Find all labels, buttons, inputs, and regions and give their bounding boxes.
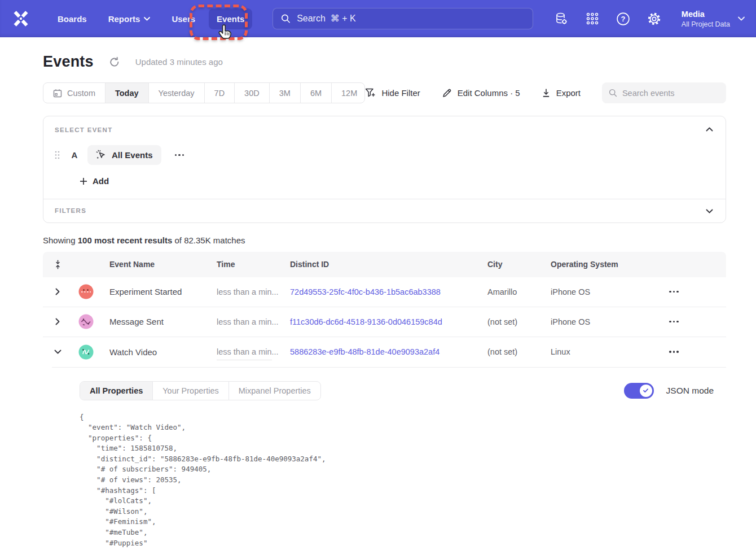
- add-button-label: Add: [93, 176, 109, 186]
- nav-item-reports[interactable]: Reports: [100, 8, 159, 29]
- table-row[interactable]: Experiment Started less than a min... 72…: [43, 277, 726, 307]
- tab-your-properties[interactable]: Your Properties: [153, 382, 228, 400]
- event-avatar: [72, 344, 99, 360]
- collapse-row-button[interactable]: [43, 350, 72, 354]
- help-icon: ?: [616, 12, 630, 26]
- date-range-picker: Custom Today Yesterday 7D 30D 3M 6M 12M: [43, 82, 365, 103]
- add-event-button[interactable]: Add: [80, 176, 109, 186]
- clause-more-options-button[interactable]: [173, 151, 187, 160]
- cell-distinct-id-link[interactable]: 5886283e-e9fb-48fb-81de-40e9093a2af4: [280, 347, 477, 356]
- event-selector-pill[interactable]: All Events: [87, 145, 161, 165]
- cell-distinct-id-link[interactable]: f11c30d6-dc6d-4518-9136-0d046159c84d: [280, 317, 477, 326]
- cell-city: (not set): [477, 347, 540, 356]
- controls-row: Custom Today Yesterday 7D 30D 3M 6M 12M …: [43, 82, 726, 103]
- pencil-icon: [442, 88, 452, 98]
- properties-tabs: All Properties Your Properties Mixpanel …: [80, 381, 321, 400]
- filters-section[interactable]: FILTERS: [43, 199, 726, 222]
- settings-button[interactable]: [647, 11, 662, 26]
- cell-city: (not set): [477, 317, 540, 326]
- table-row-expanded[interactable]: Watch Video less than a min... 5886283e-…: [43, 337, 726, 367]
- cell-event-name: Message Sent: [99, 317, 206, 326]
- event-json-viewer: { "event": "Watch Video", "properties": …: [80, 412, 715, 550]
- event-face-icon: [78, 344, 94, 360]
- date-option-yesterday[interactable]: Yesterday: [149, 83, 205, 103]
- date-option-7d[interactable]: 7D: [205, 83, 235, 103]
- nav-users-label: Users: [172, 14, 195, 24]
- data-management-button[interactable]: [554, 11, 569, 26]
- export-label: Export: [556, 88, 581, 98]
- edit-columns-button[interactable]: Edit Columns · 5: [442, 88, 520, 98]
- cell-os: iPhone OS: [540, 317, 661, 326]
- date-option-today-label: Today: [115, 89, 139, 98]
- json-mode-toggle[interactable]: [624, 383, 654, 399]
- collapse-section-button[interactable]: [704, 124, 714, 134]
- primary-nav: Boards Reports Users Events: [50, 8, 252, 29]
- chevron-down-icon: [706, 209, 713, 213]
- page-title: Events: [43, 53, 94, 71]
- global-search-input[interactable]: [297, 14, 525, 24]
- row-more-options-button[interactable]: [666, 286, 682, 298]
- refresh-button[interactable]: [108, 56, 121, 68]
- project-selector[interactable]: Media All Project Data: [682, 9, 745, 29]
- date-option-custom-label: Custom: [67, 89, 95, 98]
- date-option-today[interactable]: Today: [106, 83, 149, 103]
- export-button[interactable]: Export: [542, 88, 581, 98]
- column-header-city: City: [477, 260, 540, 269]
- apps-menu-button[interactable]: [585, 11, 600, 26]
- date-option-30d[interactable]: 30D: [235, 83, 270, 103]
- expand-row-button[interactable]: [43, 318, 72, 325]
- search-icon: [281, 14, 291, 24]
- plus-icon: [80, 177, 87, 185]
- search-events-field[interactable]: [602, 82, 726, 103]
- cell-event-name: Experiment Started: [99, 287, 206, 296]
- nav-item-users[interactable]: Users: [164, 8, 203, 29]
- project-scope: All Project Data: [682, 20, 730, 29]
- sort-by-time-button[interactable]: [43, 260, 72, 269]
- column-header-os: Operating System: [540, 260, 661, 269]
- search-icon: [609, 88, 617, 98]
- date-option-3m[interactable]: 3M: [270, 83, 301, 103]
- nav-item-events[interactable]: Events: [209, 8, 252, 29]
- nav-reports-label: Reports: [108, 14, 140, 24]
- summary-suffix: of 82.35K matches: [172, 235, 245, 245]
- main-content: Events Updated 3 minutes ago Custom Toda…: [0, 53, 756, 550]
- event-avatar: [72, 314, 99, 329]
- event-avatar: [72, 284, 99, 299]
- date-option-6m[interactable]: 6M: [301, 83, 332, 103]
- row-more-options-button[interactable]: [666, 316, 682, 328]
- date-option-12m[interactable]: 12M: [332, 83, 365, 103]
- cell-city: Amarillo: [477, 287, 540, 296]
- help-button[interactable]: ?: [616, 11, 631, 26]
- row-more-options-button[interactable]: [666, 346, 682, 357]
- chevron-down-icon: [738, 16, 745, 21]
- table-row[interactable]: Message Sent less than a min... f11c30d6…: [43, 307, 726, 337]
- nav-boards-label: Boards: [58, 14, 87, 24]
- svg-text:?: ?: [621, 15, 626, 23]
- cell-event-name: Watch Video: [99, 347, 206, 357]
- global-search[interactable]: [272, 8, 533, 29]
- last-updated-text: Updated 3 minutes ago: [135, 57, 223, 67]
- search-events-input[interactable]: [622, 89, 719, 98]
- nav-item-boards[interactable]: Boards: [50, 8, 95, 29]
- page-header: Events Updated 3 minutes ago: [43, 53, 726, 71]
- tab-mixpanel-properties[interactable]: Mixpanel Properties: [229, 382, 320, 400]
- cell-os: Linux: [540, 347, 661, 356]
- cell-distinct-id-link[interactable]: 72d49553-25fc-4f0c-b436-1b5ac6ab3388: [280, 287, 477, 296]
- project-selector-text: Media All Project Data: [682, 9, 730, 29]
- results-summary: Showing 100 most recent results of 82.35…: [43, 235, 726, 245]
- expand-filters-button[interactable]: [704, 206, 714, 216]
- magic-cursor-icon: [96, 150, 107, 160]
- hide-filter-label: Hide Filter: [381, 88, 420, 98]
- chevron-right-icon: [55, 318, 60, 325]
- sort-arrows-icon: [54, 260, 62, 269]
- hide-filter-button[interactable]: Hide Filter: [365, 88, 420, 98]
- expand-row-button[interactable]: [43, 288, 72, 295]
- drag-handle-icon[interactable]: [55, 150, 61, 160]
- toggle-knob: [640, 385, 652, 397]
- mixpanel-logo[interactable]: [11, 9, 30, 28]
- chevron-down-icon: [144, 17, 150, 21]
- tab-all-properties[interactable]: All Properties: [80, 382, 153, 400]
- column-header-event-name: Event Name: [99, 260, 206, 269]
- date-option-custom[interactable]: Custom: [43, 83, 106, 103]
- event-pill-label: All Events: [112, 150, 153, 160]
